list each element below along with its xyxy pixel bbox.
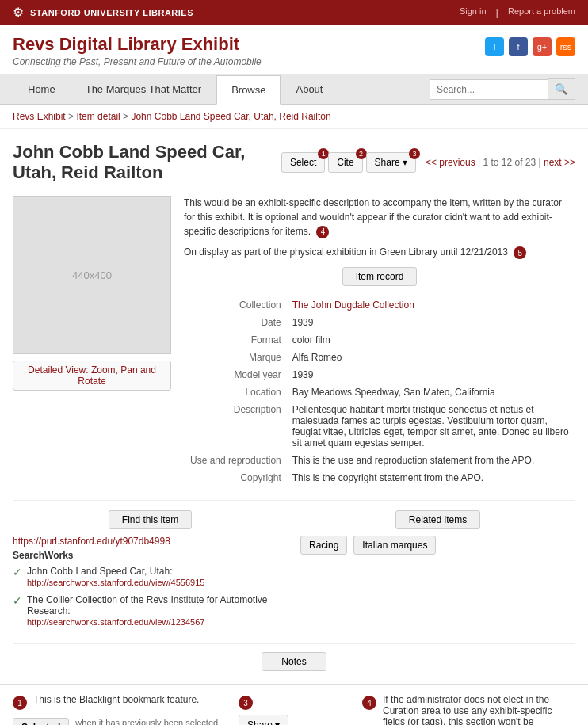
annotation-row-1: 1 This is the Blacklight bookmark featur… bbox=[13, 694, 575, 725]
report-problem-link[interactable]: Report a problem bbox=[508, 6, 575, 18]
annotation-right: 4 If the administrator does not elect in… bbox=[362, 694, 575, 725]
location-value: Bay Meadows Speedway, San Mateo, Califor… bbox=[288, 384, 574, 400]
nav-tab-marques[interactable]: The Marques That Matter bbox=[71, 74, 216, 104]
detailed-view-link[interactable]: Detailed View: Zoom, Pan and Rotate bbox=[13, 361, 171, 391]
navigation-bar: Home The Marques That Matter Browse Abou… bbox=[0, 74, 588, 105]
related-section-header: Related items bbox=[300, 510, 575, 529]
table-row: Use and reproduction This is the use and… bbox=[185, 452, 574, 468]
breadcrumb-separator-2: > bbox=[123, 111, 131, 122]
annotation-section: 1 This is the Blacklight bookmark featur… bbox=[0, 684, 588, 725]
breadcrumb-item-detail[interactable]: Item detail bbox=[76, 111, 120, 122]
searchworks-label: SearchWorks bbox=[13, 550, 288, 561]
breadcrumb-separator: > bbox=[68, 111, 76, 122]
nav-tab-home[interactable]: Home bbox=[13, 74, 71, 104]
exhibit-description: This would be an exhibit-specific descri… bbox=[184, 196, 575, 238]
check-icon-2: ✓ bbox=[13, 594, 22, 628]
selected-sub-text: when it has previously been selected by … bbox=[75, 718, 226, 725]
facebook-icon[interactable]: f bbox=[509, 37, 528, 56]
cite-badge: 2 bbox=[356, 148, 367, 159]
search-button[interactable]: 🔍 bbox=[548, 78, 575, 100]
site-title: Revs Digital Library Exhibit bbox=[13, 34, 262, 55]
breadcrumb-item-name[interactable]: John Cobb Land Speed Car, Utah, Reid Rai… bbox=[131, 111, 330, 122]
collection-link[interactable]: The John Dugdale Collection bbox=[292, 300, 414, 311]
item-image: 440x400 bbox=[13, 196, 171, 354]
annotation-1-text: This is the Blacklight bookmark feature. bbox=[33, 694, 199, 705]
annotation-4-badge-bottom: 4 bbox=[362, 696, 376, 710]
image-caption: Detailed View: Zoom, Pan and Rotate bbox=[13, 361, 171, 391]
find-section: Find this item https://purl.stanford.edu… bbox=[13, 510, 288, 634]
check-icon-1: ✓ bbox=[13, 566, 22, 588]
model-year-value: 1939 bbox=[288, 367, 574, 383]
site-subtitle: Connecting the Past, Present and Future … bbox=[13, 56, 262, 67]
breadcrumb-revs-exhibit[interactable]: Revs Exhibit bbox=[13, 111, 66, 122]
item-header-row: John Cobb Land Speed Car, Utah, Reid Rai… bbox=[13, 142, 575, 183]
related-items-button[interactable]: Related items bbox=[395, 510, 480, 529]
marque-value: Alfa Romeo bbox=[288, 349, 574, 365]
searchworks-item-2: ✓ The Collier Collection of the Revs Ins… bbox=[13, 594, 288, 628]
model-year-label: Model year bbox=[185, 367, 286, 383]
annotation-5-badge: 5 bbox=[514, 246, 526, 259]
share-button-header[interactable]: Share ▾ 3 bbox=[366, 152, 416, 173]
right-column: This would be an exhibit-specific descri… bbox=[184, 196, 575, 487]
collection-value: The John Dugdale Collection bbox=[288, 297, 574, 313]
institution-name: STANFORD UNIVERSITY LIBRARIES bbox=[30, 8, 193, 17]
cite-button[interactable]: Cite 2 bbox=[328, 152, 362, 173]
item-title: John Cobb Land Speed Car, Utah, Reid Rai… bbox=[13, 142, 281, 183]
tag-italian-marques[interactable]: Italian marques bbox=[353, 536, 436, 555]
location-label: Location bbox=[185, 384, 286, 400]
searchworks-item-1: ✓ John Cobb Land Speed Car, Utah: http:/… bbox=[13, 566, 288, 588]
copyright-value: This is the copyright statement from the… bbox=[288, 470, 574, 486]
annotation-middle: 3 Share ▾ Facebook Twitter Google+ bbox=[239, 694, 349, 725]
sign-in-link[interactable]: Sign in bbox=[460, 6, 487, 18]
share-badge: 3 bbox=[409, 148, 420, 159]
next-link[interactable]: next >> bbox=[544, 157, 575, 168]
select-button[interactable]: Select 1 bbox=[281, 152, 325, 173]
tag-racing[interactable]: Racing bbox=[300, 536, 347, 555]
sw-item-2-link[interactable]: http://searchworks.stanford.edu/view/123… bbox=[27, 617, 204, 627]
related-section: Related items Racing Italian marques bbox=[300, 510, 575, 634]
annotation-1-badge: 1 bbox=[13, 696, 27, 710]
collection-label: Collection bbox=[185, 297, 286, 313]
selected-row: Selected when it has previously been sel… bbox=[13, 718, 226, 725]
left-column: 440x400 Detailed View: Zoom, Pan and Rot… bbox=[13, 196, 171, 487]
search-form: 🔍 bbox=[430, 78, 575, 100]
purl-link[interactable]: https://purl.stanford.edu/yt907db4998 bbox=[13, 536, 288, 547]
date-label: Date bbox=[185, 315, 286, 330]
annotation-left: 1 This is the Blacklight bookmark featur… bbox=[13, 694, 226, 725]
nav-tab-browse[interactable]: Browse bbox=[216, 75, 281, 105]
find-this-item-button[interactable]: Find this item bbox=[109, 510, 192, 529]
annotation-item-1: 1 This is the Blacklight bookmark featur… bbox=[13, 694, 226, 710]
use-label: Use and reproduction bbox=[185, 452, 286, 468]
selected-button[interactable]: Selected bbox=[13, 718, 69, 725]
nav-tab-about[interactable]: About bbox=[281, 74, 338, 104]
exhibition-note: On display as part of the physical exhib… bbox=[184, 246, 575, 259]
description-label: Description bbox=[185, 402, 286, 451]
top-bar-right: Sign in | Report a problem bbox=[460, 6, 575, 18]
site-header: Revs Digital Library Exhibit Connecting … bbox=[0, 25, 588, 74]
search-input[interactable] bbox=[430, 79, 548, 100]
find-related-section: Find this item https://purl.stanford.edu… bbox=[13, 500, 575, 634]
table-row: Model year 1939 bbox=[185, 367, 574, 383]
format-value: color film bbox=[288, 332, 574, 348]
notes-button[interactable]: Notes bbox=[262, 652, 326, 671]
annotation-item-3: 3 bbox=[239, 694, 349, 710]
find-section-header: Find this item bbox=[13, 510, 288, 529]
description-value: Pellentesque habitant morbi tristique se… bbox=[288, 402, 574, 451]
googleplus-icon[interactable]: g+ bbox=[533, 37, 552, 56]
copyright-label: Copyright bbox=[185, 470, 286, 486]
table-row: Format color film bbox=[185, 332, 574, 348]
item-record-button[interactable]: Item record bbox=[342, 267, 418, 286]
sw-item-1-link[interactable]: http://searchworks.stanford.edu/view/455… bbox=[27, 578, 204, 587]
breadcrumb: Revs Exhibit > Item detail > John Cobb L… bbox=[0, 105, 588, 129]
twitter-icon[interactable]: T bbox=[485, 37, 504, 56]
date-value: 1939 bbox=[288, 315, 574, 330]
sw-item-1-title: John Cobb Land Speed Car, Utah: bbox=[27, 566, 204, 577]
annotation-item-4: 4 If the administrator does not elect in… bbox=[362, 694, 575, 725]
notes-section: Notes bbox=[13, 643, 575, 671]
top-bar: ⚙ STANFORD UNIVERSITY LIBRARIES Sign in … bbox=[0, 0, 588, 25]
image-dimensions: 440x400 bbox=[72, 269, 112, 281]
rss-icon[interactable]: rss bbox=[556, 37, 575, 56]
prev-link[interactable]: << previous bbox=[426, 157, 475, 168]
item-record-section: Item record bbox=[184, 267, 575, 286]
share-dropdown-button[interactable]: Share ▾ bbox=[239, 715, 288, 725]
